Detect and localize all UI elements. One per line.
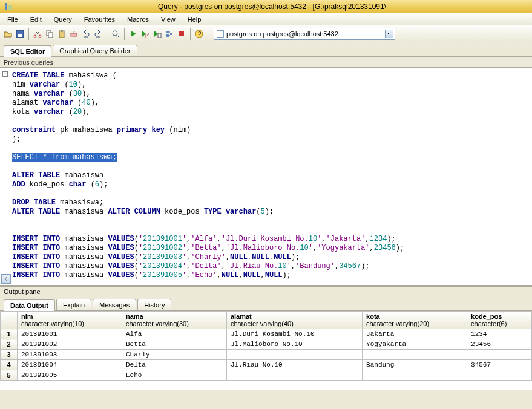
sql-code[interactable]: CREATE TABLE mahasiswa ( nim varchar (10… [12,71,532,280]
copy-icon[interactable] [44,28,55,39]
svg-rect-9 [61,30,63,32]
editor-tabs: SQL Editor Graphical Query Builder [0,42,532,57]
svg-rect-13 [158,33,161,38]
cell[interactable]: 1234 [467,329,532,339]
undo-icon[interactable] [80,28,91,39]
svg-point-11 [113,31,117,36]
cell[interactable]: Charly [122,350,226,360]
svg-rect-0 [5,3,7,10]
fold-toggle-icon[interactable]: − [2,71,8,77]
svg-text:pS: pS [145,33,149,38]
cell[interactable] [467,370,532,381]
svg-text:?: ? [198,31,202,38]
table-row[interactable]: 2201391002BettaJl.Malioboro No.10Yogyaka… [1,339,532,350]
execute-file-icon[interactable] [152,28,163,39]
cell[interactable]: 201391004 [18,360,122,370]
redo-icon[interactable] [93,28,103,39]
tab-explain[interactable]: Explain [56,299,91,310]
svg-rect-14 [166,31,169,33]
row-number[interactable]: 5 [1,370,18,381]
svg-rect-15 [166,34,169,37]
row-number[interactable]: 1 [1,329,18,339]
cell[interactable]: Jl.Malioboro No.10 [226,339,362,350]
execute-pgscript-icon[interactable]: pS [140,28,151,39]
cell[interactable]: 201391002 [18,339,122,350]
cell[interactable]: Jakarta [363,329,467,339]
corner-cell [1,312,18,329]
connection-label: postgres on postgres@localhost:5432 [226,30,338,38]
output-tabs: Data Output Explain Messages History [0,296,532,311]
cell[interactable] [226,350,362,360]
cancel-icon[interactable] [176,28,187,39]
col-alamat[interactable]: alamatcharacter varying(40) [226,312,362,329]
cell[interactable] [363,370,467,381]
menu-query[interactable]: Query [48,15,78,24]
previous-queries-bar: Previous queries [0,57,532,68]
save-icon[interactable] [15,28,25,39]
row-number[interactable]: 4 [1,360,18,370]
output-pane-label: Output pane [0,286,532,296]
tab-sql-editor[interactable]: SQL Editor [4,45,51,57]
cell[interactable]: 201391003 [18,350,122,360]
cell[interactable]: Echo [122,370,226,381]
execute-icon[interactable] [128,28,139,39]
menu-help[interactable]: Help [182,15,208,24]
svg-rect-10 [71,33,77,36]
connection-select[interactable]: postgres on postgres@localhost:5432 [214,28,395,40]
clear-icon[interactable] [68,28,79,39]
find-icon[interactable] [110,28,121,39]
cell[interactable]: Yogyakarta [363,339,467,350]
col-kota[interactable]: kotacharacter varying(20) [363,312,467,329]
explain-icon[interactable] [164,28,175,39]
table-row[interactable]: 4201391004DeltaJl.Riau No.10Bandung34567 [1,360,532,370]
previous-queries-label: Previous queries [4,59,53,66]
cell[interactable]: Jl.Duri Kosambi No.10 [226,329,362,339]
tab-gqb[interactable]: Graphical Query Builder [53,45,137,56]
col-kodepos[interactable]: kode_poscharacter(6) [467,312,532,329]
scroll-left-icon[interactable] [1,274,11,284]
sql-editor[interactable]: − CREATE TABLE mahasiswa ( nim varchar (… [0,68,532,286]
menu-macros[interactable]: Macros [121,15,155,24]
cut-icon[interactable] [32,28,43,39]
paste-icon[interactable] [56,28,67,39]
cell[interactable]: Bandung [363,360,467,370]
col-nama[interactable]: namacharacter varying(30) [122,312,226,329]
row-number[interactable]: 2 [1,339,18,350]
result-grid-wrapper[interactable]: nimcharacter varying(10) namacharacter v… [0,311,532,390]
tab-messages[interactable]: Messages [93,299,136,310]
separator [28,28,29,40]
help-icon[interactable]: ? [194,28,205,39]
cell[interactable]: Jl.Riau No.10 [226,360,362,370]
open-icon[interactable] [2,28,13,39]
cell[interactable]: Betta [122,339,226,350]
col-nim[interactable]: nimcharacter varying(10) [18,312,122,329]
menu-favourites[interactable]: Favourites [78,15,121,24]
tab-history[interactable]: History [137,299,171,310]
cell[interactable]: 23456 [467,339,532,350]
separator [208,28,208,40]
cell[interactable] [363,350,467,360]
chevron-down-icon[interactable] [385,30,393,38]
svg-rect-1 [8,5,12,10]
cell[interactable]: 34567 [467,360,532,370]
menu-file[interactable]: File [1,15,24,24]
table-row[interactable]: 5201391005Echo [1,370,532,381]
svg-rect-16 [170,33,172,35]
menu-edit[interactable]: Edit [24,15,48,24]
cell[interactable] [226,370,362,381]
table-row[interactable]: 3201391003Charly [1,350,532,360]
table-row[interactable]: 1201391001AlfaJl.Duri Kosambi No.10Jakar… [1,329,532,339]
menu-view[interactable]: View [155,15,182,24]
row-number[interactable]: 3 [1,350,18,360]
cell[interactable] [467,350,532,360]
cell[interactable]: 201391005 [18,370,122,381]
cell[interactable]: Alfa [122,329,226,339]
svg-rect-3 [18,34,22,37]
cell[interactable]: 201391001 [18,329,122,339]
tab-data-output[interactable]: Data Output [4,299,55,311]
app-icon [4,2,13,11]
toolbar: pS ? postgres on postgres@localhost:5432 [0,25,532,42]
separator [107,28,107,40]
cell[interactable]: Delta [122,360,226,370]
header-row: nimcharacter varying(10) namacharacter v… [1,312,532,329]
